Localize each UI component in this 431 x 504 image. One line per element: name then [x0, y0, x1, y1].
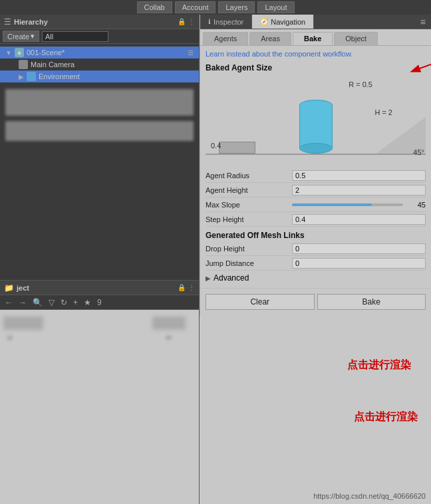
- project-title: ject: [17, 284, 29, 292]
- nav-tab-areas[interactable]: Areas: [249, 32, 291, 45]
- prop-row-jump-distance: Jump Distance 0: [206, 256, 426, 271]
- left-panel: ☰ Hierarchy 🔒 ⋮ Create ▾ ▼ ◆ 001-Scene*: [0, 15, 200, 504]
- hierarchy-toolbar: Create ▾: [0, 29, 199, 44]
- create-arrow: ▾: [31, 32, 35, 41]
- advanced-row[interactable]: ▶ Advanced: [200, 271, 431, 285]
- clear-button[interactable]: Clear: [206, 294, 315, 310]
- learn-link[interactable]: Learn instead about the component workfl…: [200, 46, 431, 61]
- jump-distance-label: Jump Distance: [206, 259, 292, 267]
- max-slope-fill: [292, 203, 372, 206]
- r-label: R = 0.5: [349, 80, 372, 88]
- scene-arrow: ▼: [5, 49, 12, 57]
- tab-navigation[interactable]: 🧭 Navigation: [252, 15, 314, 29]
- proj-forward-icon[interactable]: →: [17, 297, 29, 308]
- prop-row-step-height: Step Height 0.4: [206, 212, 426, 227]
- scene-label: 001-Scene*: [27, 49, 65, 57]
- project-menu-icon[interactable]: ⋮: [188, 284, 195, 291]
- agent-radius-value[interactable]: 0.5: [292, 170, 426, 181]
- layers-button[interactable]: Layers: [218, 1, 255, 13]
- max-slope-label: Max Slope: [206, 201, 292, 209]
- nav-tabs: Agents Areas Bake Object: [200, 29, 431, 46]
- env-label: Environment: [39, 72, 80, 80]
- drop-height-value[interactable]: 0: [292, 243, 426, 254]
- project-lock-icon[interactable]: 🔒: [178, 284, 186, 291]
- hierarchy-panel-icons: 🔒 ⋮: [178, 18, 195, 25]
- project-blurred-2: [152, 316, 186, 330]
- bake-button[interactable]: Bake: [317, 294, 426, 310]
- watermark: https://blog.csdn.net/qq_40666620: [313, 492, 426, 500]
- tab-inspector[interactable]: ℹ Inspector: [200, 15, 252, 29]
- layout-button[interactable]: Layout: [257, 1, 294, 13]
- right-panel: ℹ Inspector 🧭 Navigation ≡ Agents Areas …: [200, 15, 431, 315]
- env-icon: [27, 72, 36, 81]
- main-layout: ☰ Hierarchy 🔒 ⋮ Create ▾ ▼ ◆ 001-Scene*: [0, 15, 431, 504]
- baked-agent-size-title: Baked Agent Size: [200, 61, 431, 75]
- proj-eye-icon[interactable]: 9: [95, 297, 104, 308]
- right-panel-wrapper: ℹ Inspector 🧭 Navigation ≡ Agents Areas …: [200, 15, 431, 504]
- create-button[interactable]: Create ▾: [3, 31, 39, 42]
- action-buttons: Clear Bake: [200, 288, 431, 315]
- proj-refresh-icon[interactable]: ↻: [59, 297, 69, 308]
- h-label: H = 2: [374, 108, 392, 116]
- folder-icon: 📁: [4, 283, 14, 293]
- project-panel-icons: 🔒 ⋮: [178, 284, 195, 291]
- env-arrow: ▶: [19, 73, 24, 80]
- left-val-label: 0.4: [211, 142, 221, 150]
- viz-step: [219, 142, 255, 154]
- blurred-content-2: [5, 121, 194, 141]
- project-blurred-1: [3, 316, 43, 330]
- collab-button[interactable]: Collab: [137, 1, 172, 13]
- agent-height-label: Agent Height: [206, 186, 292, 194]
- jump-distance-value[interactable]: 0: [292, 258, 426, 269]
- hierarchy-title: Hierarchy: [14, 18, 48, 26]
- proj-add-icon[interactable]: +: [71, 297, 80, 308]
- nav-tab-agents[interactable]: Agents: [203, 32, 248, 45]
- scene-menu[interactable]: ☰: [188, 49, 194, 57]
- top-toolbar: Collab Account Layers Layout: [0, 0, 431, 15]
- hierarchy-item-environment[interactable]: ▶ Environment: [0, 70, 199, 82]
- prop-row-drop-height: Drop Height 0: [206, 241, 426, 256]
- cylinder-bottom: [299, 143, 333, 154]
- step-height-value[interactable]: 0.4: [292, 214, 426, 225]
- blurred-content-1: [5, 89, 194, 116]
- create-label: Create: [7, 33, 29, 41]
- tab-menu-icon[interactable]: ≡: [415, 17, 431, 27]
- proj-filter-icon[interactable]: ▽: [47, 297, 57, 308]
- navigation-label: Navigation: [271, 18, 305, 26]
- generated-links-title: Generated Off Mesh Links: [200, 227, 431, 241]
- nav-tab-object[interactable]: Object: [334, 32, 378, 45]
- prop-row-agent-height: Agent Height 2: [206, 183, 426, 197]
- lock-icon[interactable]: 🔒: [178, 18, 186, 25]
- scene-icon: ◆: [15, 48, 24, 57]
- advanced-arrow-icon: ▶: [206, 275, 211, 282]
- hierarchy-item-scene[interactable]: ▼ ◆ 001-Scene* ☰: [0, 47, 199, 59]
- links-props-area: Drop Height 0 Jump Distance 0: [200, 241, 431, 271]
- hierarchy-search[interactable]: [42, 31, 108, 42]
- hierarchy-item-camera[interactable]: Main Camera: [0, 59, 199, 70]
- hierarchy-panel: ☰ Hierarchy 🔒 ⋮ Create ▾ ▼ ◆ 001-Scene*: [0, 15, 200, 281]
- project-item-1: ui: [7, 333, 13, 341]
- proj-search-icon[interactable]: 🔍: [31, 297, 45, 308]
- menu-icon[interactable]: ⋮: [188, 18, 195, 25]
- proj-back-icon[interactable]: ←: [3, 297, 15, 308]
- agent-visualization: R = 0.5 H = 2 0.4 45°: [206, 75, 426, 168]
- agent-cylinder: [299, 100, 333, 154]
- hierarchy-content: ▼ ◆ 001-Scene* ☰ Main Camera ▶ Environme…: [0, 44, 199, 280]
- max-slope-num: 45: [406, 201, 426, 209]
- max-slope-slider-container: 45: [292, 201, 426, 209]
- navigation-icon: 🧭: [260, 18, 268, 25]
- prop-row-max-slope: Max Slope 45: [206, 197, 426, 212]
- cylinder-body: [299, 105, 333, 148]
- account-button[interactable]: Account: [175, 1, 216, 13]
- max-slope-track[interactable]: [292, 203, 403, 206]
- agent-radius-label: Agent Radius: [206, 172, 292, 180]
- agent-height-value[interactable]: 2: [292, 185, 426, 195]
- deg-label: 45°: [413, 148, 424, 156]
- annotation-text: 点击进行渲染: [354, 410, 418, 424]
- inspector-label: Inspector: [214, 18, 243, 26]
- proj-star-icon[interactable]: ★: [82, 297, 93, 308]
- nav-tab-bake[interactable]: Bake: [293, 32, 333, 45]
- hierarchy-header: ☰ Hierarchy 🔒 ⋮: [0, 15, 199, 29]
- properties-area: Agent Radius 0.5 Agent Height 2 Max Slop…: [200, 168, 431, 227]
- drop-height-label: Drop Height: [206, 245, 292, 253]
